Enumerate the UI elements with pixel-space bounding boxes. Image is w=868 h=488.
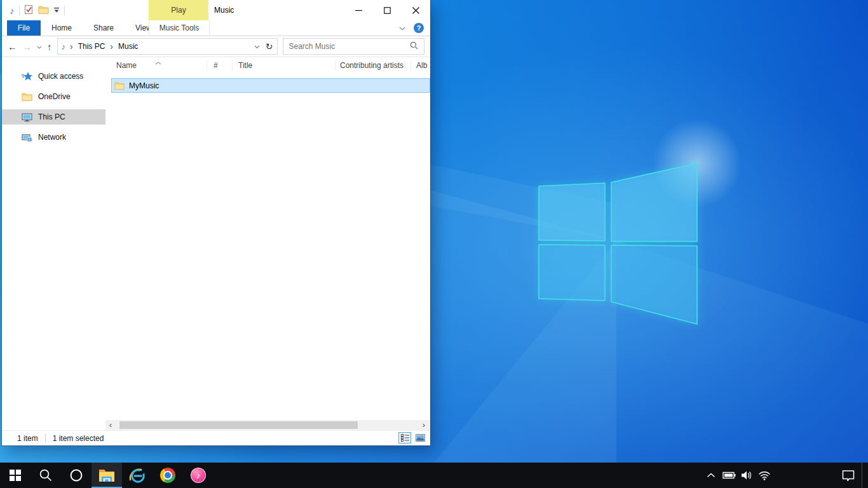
scrollbar-thumb[interactable]	[119, 421, 358, 429]
windows-start-icon	[10, 470, 21, 481]
show-desktop-button[interactable]	[862, 463, 868, 488]
large-icons-view-button[interactable]	[414, 432, 426, 444]
column-header-album[interactable]: Alb	[411, 60, 430, 71]
selection-count: 1 item selected	[53, 434, 104, 443]
minimize-button[interactable]	[344, 0, 373, 20]
ribbon-right-controls: ?	[399, 20, 424, 36]
column-header-title[interactable]: Title	[233, 60, 336, 71]
details-view-icon	[401, 434, 409, 442]
quick-access-toolbar: ♪	[2, 0, 65, 20]
sidebar-item-label: Quick access	[38, 72, 83, 81]
this-pc-monitor-icon	[22, 112, 32, 122]
breadcrumb-this-pc[interactable]: This PC	[76, 42, 107, 51]
search-icon	[39, 468, 53, 482]
speaker-icon	[740, 470, 753, 480]
taskbar-chrome-button[interactable]	[153, 463, 183, 488]
sidebar-item-quick-access[interactable]: Quick access	[2, 69, 105, 84]
tab-group-music-tools[interactable]: Music Tools	[149, 20, 210, 35]
sidebar-item-label: Network	[38, 133, 66, 142]
navigation-bar: ← → ↑ ♪ › This PC › Music ↻ Search Music	[2, 36, 430, 57]
tab-file[interactable]: File	[7, 20, 41, 36]
up-button[interactable]: ↑	[47, 42, 52, 51]
taskbar-itunes-button[interactable]: ♪	[183, 463, 214, 488]
tab-share[interactable]: Share	[83, 20, 125, 36]
forward-button[interactable]: →	[22, 42, 32, 51]
explorer-main: Quick access OneDrive This PC Network Na…	[2, 57, 430, 430]
contextual-tab-play[interactable]: Play	[149, 0, 208, 20]
column-headers: Name # Title Contributing artists Alb	[105, 57, 430, 74]
horizontal-scrollbar[interactable]: ‹ ›	[105, 420, 430, 430]
maximize-button[interactable]	[373, 0, 402, 20]
taskbar: ♪	[0, 463, 868, 488]
folder-icon	[114, 81, 125, 90]
action-center-button[interactable]	[839, 463, 858, 488]
column-header-contributing-artists[interactable]: Contributing artists	[336, 60, 411, 71]
windows-logo	[537, 159, 699, 325]
sidebar-item-label: This PC	[38, 112, 65, 121]
large-icons-view-icon	[416, 434, 425, 442]
wifi-tray-icon[interactable]	[757, 463, 771, 488]
battery-icon	[722, 471, 736, 479]
battery-tray-icon[interactable]	[722, 463, 736, 488]
search-box[interactable]: Search Music	[283, 38, 425, 55]
refresh-button[interactable]: ↻	[262, 41, 273, 51]
customize-quick-access-toolbar-icon[interactable]	[53, 6, 60, 15]
help-button[interactable]: ?	[414, 23, 424, 33]
new-folder-icon[interactable]	[38, 5, 49, 16]
sidebar-item-onedrive[interactable]: OneDrive	[2, 89, 105, 104]
internet-explorer-icon	[129, 467, 146, 484]
breadcrumb-chevron: ›	[69, 42, 74, 51]
sort-ascending-icon	[155, 58, 161, 67]
file-list-pane: Name # Title Contributing artists Alb My…	[105, 57, 430, 430]
expand-ribbon-chevron-icon[interactable]	[399, 24, 405, 32]
quick-access-star-icon	[22, 71, 32, 81]
volume-tray-icon[interactable]	[740, 463, 754, 488]
address-bar[interactable]: ♪ › This PC › Music ↻	[57, 38, 278, 55]
status-bar: 1 item 1 item selected	[2, 430, 430, 445]
start-button[interactable]	[0, 463, 31, 488]
tab-home[interactable]: Home	[41, 20, 83, 36]
location-music-icon: ♪	[62, 42, 67, 51]
properties-icon[interactable]	[24, 4, 34, 17]
sidebar-item-label: OneDrive	[38, 92, 71, 101]
title-bar: ♪ Play Music	[2, 0, 430, 20]
network-computer-icon	[22, 133, 32, 142]
breadcrumb-music[interactable]: Music	[116, 42, 140, 51]
ribbon-tab-row: File Home Share View Music Tools ?	[2, 20, 430, 36]
file-list-empty-area	[105, 93, 430, 420]
sidebar-item-network[interactable]: Network	[2, 130, 105, 145]
taskbar-search-button[interactable]	[31, 463, 61, 488]
chevron-up-icon	[707, 473, 715, 478]
close-button[interactable]	[402, 0, 430, 20]
window-controls	[344, 0, 430, 20]
action-center-icon	[841, 470, 855, 482]
status-divider	[45, 434, 46, 442]
item-count: 1 item	[17, 434, 38, 443]
back-button[interactable]: ←	[8, 42, 17, 51]
cortana-button[interactable]	[61, 463, 92, 488]
scroll-left-arrow[interactable]: ‹	[105, 420, 116, 430]
app-music-note-icon: ♪	[10, 6, 15, 15]
details-view-button[interactable]	[398, 432, 411, 444]
taskbar-file-explorer-button[interactable]	[92, 463, 122, 488]
recent-locations-chevron-icon[interactable]	[37, 42, 42, 51]
folder-icon	[22, 92, 32, 101]
system-tray	[704, 463, 771, 488]
breadcrumb-chevron: ›	[109, 42, 114, 51]
file-name: MyMusic	[129, 81, 159, 90]
scroll-right-arrow[interactable]: ›	[419, 420, 429, 430]
address-dropdown-chevron-icon[interactable]	[254, 42, 260, 51]
search-icon[interactable]	[410, 41, 418, 51]
search-placeholder: Search Music	[289, 42, 410, 51]
itunes-icon: ♪	[191, 468, 206, 483]
window-title: Music	[214, 0, 234, 20]
taskbar-internet-explorer-button[interactable]	[122, 463, 153, 488]
file-row-mymusic[interactable]: MyMusic	[111, 78, 430, 93]
show-hidden-icons-button[interactable]	[704, 463, 718, 488]
file-explorer-window: ♪ Play Music	[2, 0, 430, 445]
column-header-number[interactable]: #	[207, 60, 233, 71]
sidebar-item-this-pc[interactable]: This PC	[2, 109, 105, 125]
separator	[19, 6, 20, 15]
cortana-circle-icon	[69, 468, 83, 482]
separator	[64, 6, 65, 15]
